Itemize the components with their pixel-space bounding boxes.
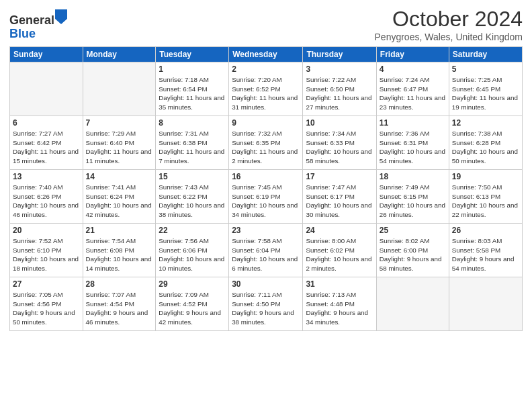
- header: General Blue October 2024 Penygroes, Wal…: [9, 7, 523, 42]
- main-title: October 2024: [375, 7, 523, 32]
- day-cell: 4Sunrise: 7:24 AMSunset: 6:47 PMDaylight…: [376, 62, 449, 116]
- day-cell: 15Sunrise: 7:43 AMSunset: 6:22 PMDayligh…: [156, 170, 229, 224]
- day-number: 19: [452, 172, 519, 181]
- day-info: Sunrise: 7:49 AMSunset: 6:15 PMDaylight:…: [380, 183, 446, 220]
- day-number: 21: [86, 226, 153, 235]
- day-cell: 1Sunrise: 7:18 AMSunset: 6:54 PMDaylight…: [156, 62, 229, 116]
- title-block: October 2024 Penygroes, Wales, United Ki…: [375, 7, 523, 42]
- week-row-1: 1Sunrise: 7:18 AMSunset: 6:54 PMDaylight…: [10, 62, 523, 116]
- day-cell: 28Sunrise: 7:07 AMSunset: 4:54 PMDayligh…: [83, 277, 156, 331]
- day-number: 15: [159, 172, 226, 181]
- logo-general: General: [9, 13, 54, 27]
- day-cell: 25Sunrise: 8:02 AMSunset: 6:00 PMDayligh…: [376, 224, 449, 277]
- day-number: 17: [306, 172, 373, 181]
- day-info: Sunrise: 7:41 AMSunset: 6:24 PMDaylight:…: [86, 183, 153, 220]
- day-number: 28: [86, 279, 153, 289]
- day-number: 14: [86, 172, 153, 181]
- day-number: 4: [380, 64, 446, 74]
- day-number: 9: [232, 118, 300, 128]
- day-info: Sunrise: 7:40 AMSunset: 6:26 PMDaylight:…: [13, 183, 80, 220]
- day-info: Sunrise: 7:09 AMSunset: 4:52 PMDaylight:…: [159, 290, 226, 327]
- day-info: Sunrise: 7:50 AMSunset: 6:13 PMDaylight:…: [452, 183, 519, 220]
- day-cell: 24Sunrise: 8:00 AMSunset: 6:02 PMDayligh…: [303, 224, 376, 277]
- day-cell: 13Sunrise: 7:40 AMSunset: 6:26 PMDayligh…: [10, 170, 83, 224]
- day-cell: 5Sunrise: 7:25 AMSunset: 6:45 PMDaylight…: [449, 62, 522, 116]
- logo-icon: [55, 9, 67, 24]
- day-number: 30: [232, 279, 300, 289]
- week-row-3: 13Sunrise: 7:40 AMSunset: 6:26 PMDayligh…: [10, 170, 523, 224]
- day-number: 10: [306, 118, 373, 128]
- day-cell: 8Sunrise: 7:31 AMSunset: 6:38 PMDaylight…: [156, 116, 229, 170]
- logo-blue: Blue: [9, 27, 36, 40]
- day-cell: 21Sunrise: 7:54 AMSunset: 6:08 PMDayligh…: [83, 224, 156, 277]
- col-friday: Friday: [376, 47, 449, 62]
- day-number: 12: [452, 118, 519, 128]
- day-cell: 16Sunrise: 7:45 AMSunset: 6:19 PMDayligh…: [229, 170, 303, 224]
- day-info: Sunrise: 7:20 AMSunset: 6:52 PMDaylight:…: [232, 75, 300, 112]
- day-info: Sunrise: 7:07 AMSunset: 4:54 PMDaylight:…: [86, 290, 153, 327]
- day-info: Sunrise: 8:00 AMSunset: 6:02 PMDaylight:…: [306, 236, 373, 273]
- week-row-2: 6Sunrise: 7:27 AMSunset: 6:42 PMDaylight…: [10, 116, 523, 170]
- day-number: 29: [159, 279, 226, 289]
- header-row: Sunday Monday Tuesday Wednesday Thursday…: [10, 47, 523, 62]
- day-info: Sunrise: 7:27 AMSunset: 6:42 PMDaylight:…: [13, 129, 80, 166]
- col-wednesday: Wednesday: [229, 47, 303, 62]
- day-cell: 26Sunrise: 8:03 AMSunset: 5:58 PMDayligh…: [449, 224, 522, 277]
- day-cell: 12Sunrise: 7:38 AMSunset: 6:28 PMDayligh…: [449, 116, 522, 170]
- day-cell: 29Sunrise: 7:09 AMSunset: 4:52 PMDayligh…: [156, 277, 229, 331]
- day-info: Sunrise: 7:29 AMSunset: 6:40 PMDaylight:…: [86, 129, 153, 166]
- svg-marker-0: [55, 9, 67, 24]
- day-number: 20: [13, 226, 80, 235]
- day-info: Sunrise: 7:11 AMSunset: 4:50 PMDaylight:…: [232, 290, 300, 327]
- day-cell: [449, 277, 522, 331]
- day-number: 11: [380, 118, 446, 128]
- day-info: Sunrise: 7:45 AMSunset: 6:19 PMDaylight:…: [232, 183, 300, 220]
- page: General Blue October 2024 Penygroes, Wal…: [0, 0, 532, 411]
- day-cell: [83, 62, 156, 116]
- day-info: Sunrise: 8:03 AMSunset: 5:58 PMDaylight:…: [452, 236, 519, 273]
- logo-blue-text: Blue: [9, 28, 67, 41]
- day-number: 24: [306, 226, 373, 235]
- day-cell: 17Sunrise: 7:47 AMSunset: 6:17 PMDayligh…: [303, 170, 376, 224]
- day-info: Sunrise: 7:13 AMSunset: 4:48 PMDaylight:…: [306, 290, 373, 327]
- day-info: Sunrise: 7:18 AMSunset: 6:54 PMDaylight:…: [159, 75, 226, 112]
- day-info: Sunrise: 7:58 AMSunset: 6:04 PMDaylight:…: [232, 236, 300, 273]
- col-sunday: Sunday: [10, 47, 83, 62]
- day-number: 27: [13, 279, 80, 289]
- day-number: 26: [452, 226, 519, 235]
- day-cell: 11Sunrise: 7:36 AMSunset: 6:31 PMDayligh…: [376, 116, 449, 170]
- day-number: 6: [13, 118, 80, 128]
- day-number: 3: [306, 64, 373, 74]
- day-info: Sunrise: 7:54 AMSunset: 6:08 PMDaylight:…: [86, 236, 153, 273]
- day-number: 7: [86, 118, 153, 128]
- day-number: 31: [306, 279, 373, 289]
- col-tuesday: Tuesday: [156, 47, 229, 62]
- day-info: Sunrise: 7:47 AMSunset: 6:17 PMDaylight:…: [306, 183, 373, 220]
- day-info: Sunrise: 7:34 AMSunset: 6:33 PMDaylight:…: [306, 129, 373, 166]
- day-info: Sunrise: 7:25 AMSunset: 6:45 PMDaylight:…: [452, 75, 519, 112]
- day-number: 16: [232, 172, 300, 181]
- day-info: Sunrise: 7:22 AMSunset: 6:50 PMDaylight:…: [306, 75, 373, 112]
- day-cell: 3Sunrise: 7:22 AMSunset: 6:50 PMDaylight…: [303, 62, 376, 116]
- day-number: 8: [159, 118, 226, 128]
- col-thursday: Thursday: [303, 47, 376, 62]
- day-info: Sunrise: 8:02 AMSunset: 6:00 PMDaylight:…: [380, 236, 446, 273]
- day-info: Sunrise: 7:43 AMSunset: 6:22 PMDaylight:…: [159, 183, 226, 220]
- day-cell: 19Sunrise: 7:50 AMSunset: 6:13 PMDayligh…: [449, 170, 522, 224]
- day-info: Sunrise: 7:36 AMSunset: 6:31 PMDaylight:…: [380, 129, 446, 166]
- calendar-body: 1Sunrise: 7:18 AMSunset: 6:54 PMDaylight…: [10, 62, 523, 331]
- day-cell: [376, 277, 449, 331]
- day-cell: [10, 62, 83, 116]
- logo-text: General: [9, 9, 67, 28]
- day-cell: 20Sunrise: 7:52 AMSunset: 6:10 PMDayligh…: [10, 224, 83, 277]
- calendar-header: Sunday Monday Tuesday Wednesday Thursday…: [10, 47, 523, 62]
- day-cell: 9Sunrise: 7:32 AMSunset: 6:35 PMDaylight…: [229, 116, 303, 170]
- day-number: 2: [232, 64, 300, 74]
- day-cell: 6Sunrise: 7:27 AMSunset: 6:42 PMDaylight…: [10, 116, 83, 170]
- day-number: 5: [452, 64, 519, 74]
- day-number: 25: [380, 226, 446, 235]
- logo: General Blue: [9, 9, 67, 41]
- day-cell: 30Sunrise: 7:11 AMSunset: 4:50 PMDayligh…: [229, 277, 303, 331]
- day-info: Sunrise: 7:05 AMSunset: 4:56 PMDaylight:…: [13, 290, 80, 327]
- day-number: 23: [232, 226, 300, 235]
